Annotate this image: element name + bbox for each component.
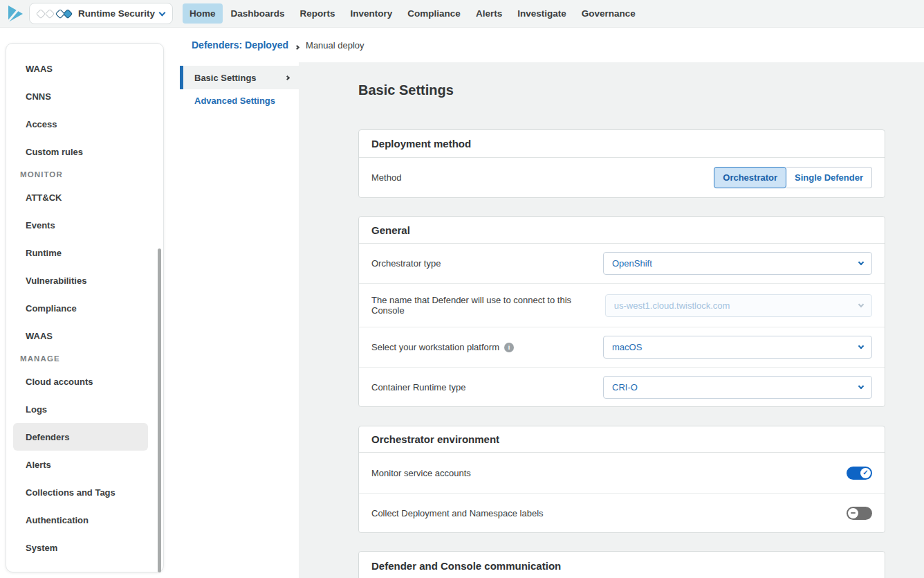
- chevron-down-icon: [858, 301, 864, 307]
- deployment-method-card: Deployment method Method Orchestrator Si…: [358, 129, 885, 198]
- card-title: Orchestrator environment: [359, 426, 885, 453]
- orchestrator-type-value: OpenShift: [612, 258, 652, 269]
- container-runtime-label: Container Runtime type: [371, 382, 466, 392]
- workstation-platform-label: Select your workstation platform: [371, 342, 514, 352]
- chevron-down-icon: [858, 343, 864, 349]
- sidebar-item-alerts[interactable]: Alerts: [6, 451, 163, 478]
- monitor-service-accounts-label: Monitor service accounts: [371, 468, 471, 478]
- method-label: Method: [371, 172, 401, 183]
- console-name-label: The name that Defender will use to conne…: [371, 295, 605, 316]
- palo-alto-networks-logo: [6, 3, 25, 24]
- sidebar-item-access[interactable]: Access: [6, 110, 163, 138]
- top-bar: Runtime Security Home Dashboards Reports…: [0, 0, 924, 28]
- sidebar-item-custom-rules[interactable]: Custom rules: [6, 138, 163, 165]
- chevron-down-icon: [858, 383, 864, 388]
- console-name-select: us-west1.cloud.twistlock.com: [605, 294, 872, 317]
- card-title: Defender and Console communication: [359, 552, 885, 578]
- monitor-service-accounts-toggle[interactable]: [847, 467, 872, 480]
- sidebar-item-waas[interactable]: WAAS: [6, 55, 163, 82]
- chevron-right-icon: [285, 75, 290, 80]
- product-switcher[interactable]: Runtime Security: [29, 3, 173, 24]
- communication-card: Defender and Console communication: [358, 551, 885, 578]
- toggle-knob-dash-icon: [848, 508, 858, 518]
- nav-item-governance[interactable]: Governance: [575, 3, 643, 24]
- card-title: General: [359, 217, 885, 244]
- page-title: Basic Settings: [358, 82, 924, 98]
- collect-labels-toggle[interactable]: [847, 507, 872, 520]
- workstation-platform-value: macOS: [612, 342, 642, 352]
- sidebar-item-cloud-accounts[interactable]: Cloud accounts: [6, 368, 163, 395]
- single-defender-option[interactable]: Single Defender: [786, 167, 872, 188]
- sidebar-item-cnns[interactable]: CNNS: [6, 82, 163, 110]
- module-diamond-icon: [63, 8, 73, 18]
- sidebar-item-runtime[interactable]: Runtime: [6, 239, 163, 267]
- nav-item-investigate[interactable]: Investigate: [510, 3, 573, 24]
- settings-subnav: Basic Settings Advanced Settings: [180, 66, 299, 111]
- nav-item-inventory[interactable]: Inventory: [344, 3, 400, 24]
- sidebar-item-system[interactable]: System: [6, 534, 163, 561]
- chevron-down-icon: [858, 260, 864, 265]
- top-nav: Home Dashboards Reports Inventory Compli…: [183, 3, 643, 24]
- main-content: Basic Settings Deployment method Method …: [299, 62, 924, 578]
- collect-labels-label: Collect Deployment and Namespace labels: [371, 508, 544, 518]
- container-runtime-value: CRI-O: [612, 382, 638, 392]
- card-title: Deployment method: [359, 130, 885, 158]
- sidebar-item-compliance[interactable]: Compliance: [6, 294, 163, 322]
- nav-item-reports[interactable]: Reports: [293, 3, 342, 24]
- breadcrumb-current: Manual deploy: [306, 40, 364, 51]
- nav-item-dashboards[interactable]: Dashboards: [224, 3, 292, 24]
- sidebar-item-events[interactable]: Events: [6, 211, 163, 239]
- module-diamond-icon: [45, 8, 55, 18]
- sidebar-section-manage: MANAGE: [6, 350, 163, 368]
- console-name-value: us-west1.cloud.twistlock.com: [614, 300, 730, 311]
- module-diamond-icon: [36, 8, 46, 18]
- breadcrumb-parent-link[interactable]: Defenders: Deployed: [192, 39, 288, 51]
- sidebar-item-vulnerabilities[interactable]: Vulnerabilities: [6, 267, 163, 294]
- sidebar-item-defenders[interactable]: Defenders: [13, 423, 148, 451]
- toggle-knob-check-icon: [860, 468, 871, 478]
- orchestrator-environment-card: Orchestrator environment Monitor service…: [358, 426, 885, 533]
- breadcrumb-chevron-icon: [295, 39, 299, 52]
- product-switcher-label: Runtime Security: [78, 8, 155, 19]
- nav-item-home[interactable]: Home: [183, 3, 223, 24]
- orchestrator-type-label: Orchestrator type: [371, 258, 441, 269]
- sidebar-item-attack[interactable]: ATT&CK: [6, 183, 163, 211]
- sidebar-item-collections-and-tags[interactable]: Collections and Tags: [6, 478, 163, 506]
- tab-advanced-settings[interactable]: Advanced Settings: [180, 89, 299, 111]
- sidebar-item-logs[interactable]: Logs: [6, 395, 163, 423]
- orchestrator-option[interactable]: Orchestrator: [714, 167, 786, 188]
- tab-basic-settings[interactable]: Basic Settings: [180, 66, 299, 89]
- left-sidebar: WAAS CNNS Access Custom rules MONITOR AT…: [6, 43, 164, 572]
- nav-item-compliance[interactable]: Compliance: [400, 3, 468, 24]
- general-card: General Orchestrator type OpenShift The …: [358, 216, 885, 407]
- workstation-platform-select[interactable]: macOS: [603, 336, 872, 359]
- sidebar-section-monitor: MONITOR: [6, 165, 163, 183]
- chevron-down-icon: [159, 9, 166, 16]
- info-icon[interactable]: [504, 343, 514, 352]
- sidebar-item-waas-monitor[interactable]: WAAS: [6, 322, 163, 350]
- sidebar-item-authentication[interactable]: Authentication: [6, 506, 163, 534]
- container-runtime-select[interactable]: CRI-O: [603, 376, 872, 399]
- sidebar-scrollbar[interactable]: [158, 249, 161, 572]
- orchestrator-type-select[interactable]: OpenShift: [603, 252, 872, 275]
- method-segmented-control: Orchestrator Single Defender: [714, 167, 872, 188]
- nav-item-alerts[interactable]: Alerts: [469, 3, 509, 24]
